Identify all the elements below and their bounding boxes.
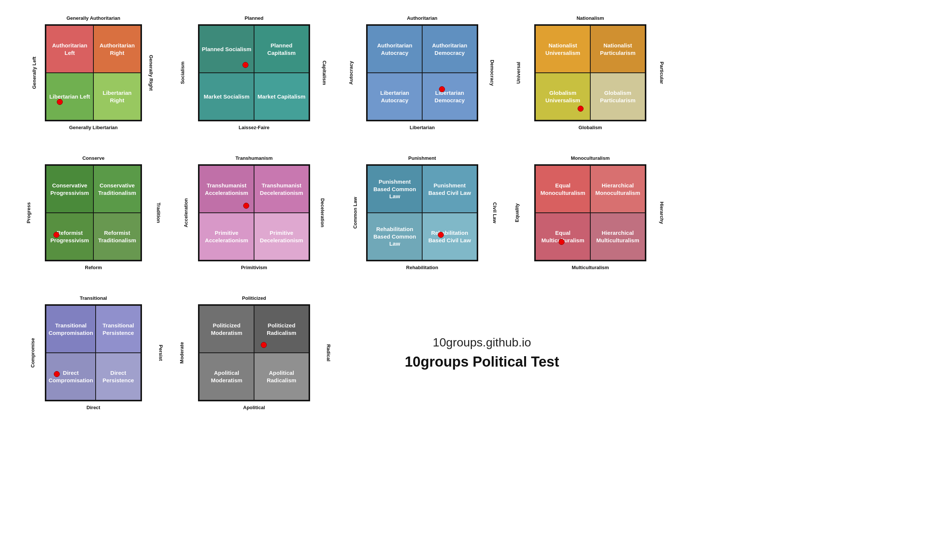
dot-politicized [261,342,267,348]
quadrant-politicized-moderatism: Politicized Moderatism [199,305,254,353]
quadrant-politicized-radicalism: Politicized Radicalism [254,305,309,353]
quadrant-lib-right: Libertarian Right [93,73,141,120]
quadrant-nationalist-universalism: Nationalist Universalism [535,25,590,73]
compass-politicized: Politicized Apolitical Moderate Radical … [198,304,310,402]
quadrant-auth-democracy: Authoritarian Democracy [422,25,477,73]
label-libertarian: Libertarian [410,125,435,130]
dot-conserve [54,232,59,238]
label-monoculturalism: Monoculturalism [571,155,610,161]
compass-conserve: Conserve Reform Progress Tradition Conse… [45,164,142,262]
label-generally-libertarian: Generally Libertarian [69,125,118,130]
quadrant-grid-auth-lib: Authoritarian Left Authoritarian Right L… [45,24,142,122]
quadrant-planned-capitalism: Planned Capitalism [254,25,309,73]
label-transitional: Transitional [80,295,107,301]
label-radical: Radical [325,344,331,362]
label-apolitical: Apolitical [243,405,265,410]
label-rehabilitation: Rehabilitation [406,265,438,270]
quadrant-grid-auth-dem: Authoritarian Autocracy Authoritarian De… [366,24,478,122]
quadrant-grid-nationalism: Nationalist Universalism Nationalist Par… [534,24,646,122]
label-autocracy: Autocracy [348,61,354,85]
label-globalism: Globalism [579,125,602,130]
label-equality: Equality [514,203,520,223]
dot-planned [242,62,248,68]
quadrant-rehabilitation-civil: Rehabilitation Based Civil Law [422,213,477,260]
compass-nationalism: Nationalism Globalism Universal Particul… [534,24,646,122]
label-acceleration: Acceleration [183,198,189,228]
quadrant-lib-democracy: Libertarian Democracy [422,73,477,120]
quadrant-market-socialism: Market Socialism [199,73,254,120]
quadrant-rehabilitation-common: Rehabilitation Based Common Law [367,213,422,260]
label-nationalism: Nationalism [576,15,604,21]
quadrant-grid-transhumanism: Transhumanist Accelerationism Transhuman… [198,164,310,262]
quadrant-grid-transitional: Transitional Compromisation Transitional… [45,304,142,402]
compass-planned: Planned Laissez-Faire Socialism Capitali… [198,24,310,122]
quadrant-grid-conserve: Conservative Progressivism Conservative … [45,164,142,262]
branding-box: 10groups.github.io 10groups Political Te… [388,304,575,402]
label-universal: Universal [516,62,521,84]
label-conserve: Conserve [82,155,104,161]
quadrant-direct-compromisation: Direct Compromisation [46,353,96,400]
dot-nationalism [578,106,584,112]
quadrant-reformist-traditionalism: Reformist Traditionalism [93,213,141,260]
quadrant-transitional-compromisation: Transitional Compromisation [46,305,96,353]
quadrant-transhumanist-deceleration: Transhumanist Decelerationism [254,165,309,213]
quadrant-hierarchical-multiculturalism: Hierarchical Multiculturalism [590,213,645,260]
dot-monoculturalism [558,239,564,245]
quadrant-lib-left: Libertarian Left [46,73,93,120]
quadrant-nationalist-particularism: Nationalist Particularism [590,25,645,73]
label-socialism: Socialism [180,62,185,85]
label-primitivism: Primitivism [241,265,267,270]
quadrant-reformist-progressivism: Reformist Progressivism [46,213,93,260]
quadrant-punishment-common: Punishment Based Common Law [367,165,422,213]
label-democracy: Democracy [489,60,495,86]
quadrant-globalism-particularism: Globalism Particularism [590,73,645,120]
label-generally-left: Generally Left [31,57,37,89]
label-common-law: Common Law [352,197,358,228]
label-planned: Planned [245,15,264,21]
label-direct: Direct [87,405,100,410]
quadrant-grid-monoculturalism: Equal Monoculturalism Hierarchical Monoc… [534,164,646,262]
quadrant-transitional-persistence: Transitional Persistence [96,305,141,353]
compass-monoculturalism: Monoculturalism Multiculturalism Equalit… [534,164,646,262]
compass-punishment: Punishment Rehabilitation Common Law Civ… [366,164,478,262]
label-hierarchy: Hierarchy [660,202,665,224]
quadrant-grid-punishment: Punishment Based Common Law Punishment B… [366,164,478,262]
dot-punishment [438,232,444,238]
quadrant-grid-planned: Planned Socialism Planned Capitalism Mar… [198,24,310,122]
quadrant-auth-right: Authoritarian Right [93,25,141,73]
dot-transitional [54,371,60,377]
label-moderate: Moderate [179,342,185,364]
quadrant-transhumanist-acceleration: Transhumanist Accelerationism [199,165,254,213]
label-transhumanism: Transhumanism [235,155,273,161]
quadrant-equal-monoculturalism: Equal Monoculturalism [535,165,590,213]
quadrant-auth-autocracy: Authoritarian Autocracy [367,25,422,73]
quadrant-primitive-acceleration: Primitive Accelerationism [199,213,254,260]
branding-site: 10groups.github.io [433,335,531,349]
quadrant-auth-left: Authoritarian Left [46,25,93,73]
dot-auth-lib [57,99,63,105]
quadrant-market-capitalism: Market Capitalism [254,73,309,120]
quadrant-apolitical-radicalism: Apolitical Radicalism [254,353,309,400]
quadrant-hierarchical-monoculturalism: Hierarchical Monoculturalism [590,165,645,213]
label-civil-law: Civil Law [492,202,497,223]
label-persist: Persist [158,345,163,361]
label-particular: Particular [660,62,665,84]
label-generally-right: Generally Right [148,55,154,91]
branding-title: 10groups Political Test [405,354,559,370]
quadrant-conservative-traditionalism: Conservative Traditionalism [93,165,141,213]
label-progress: Progress [26,202,31,223]
quadrant-lib-autocracy: Libertarian Autocracy [367,73,422,120]
label-compromise: Compromise [30,338,35,368]
quadrant-conservative-progressivism: Conservative Progressivism [46,165,93,213]
label-punishment: Punishment [408,155,436,161]
dot-transhumanism [243,203,249,209]
label-authoritarian: Authoritarian [407,15,438,21]
quadrant-grid-politicized: Politicized Moderatism Politicized Radic… [198,304,310,402]
quadrant-equal-multiculturalism: Equal Multiculturalism [535,213,590,260]
label-multiculturalism: Multiculturalism [572,265,609,270]
quadrant-primitive-deceleration: Primitive Decelerationism [254,213,309,260]
dot-auth-dem [439,86,445,92]
compass-auth-lib: Generally Authoritarian Generally Libert… [45,24,142,122]
label-capitalism: Capitalism [322,60,328,85]
compass-transhumanism: Transhumanism Primitivism Acceleration D… [198,164,310,262]
